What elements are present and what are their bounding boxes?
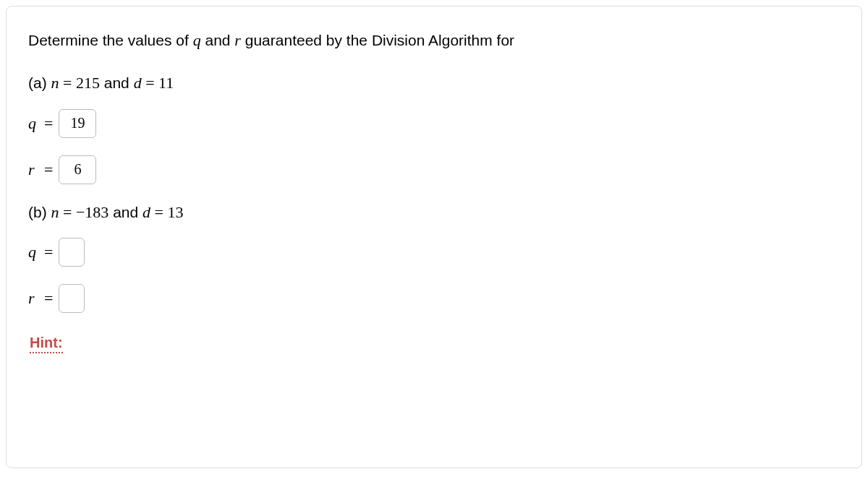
part-b-r-row: r =	[28, 284, 840, 313]
part-b-r-equals: =	[44, 289, 53, 308]
part-a-r-row: r =	[28, 155, 840, 184]
part-b-eq1: =	[59, 203, 76, 221]
prompt-prefix: Determine the values of	[28, 32, 193, 48]
prompt-suffix: guaranteed by the Division Algorithm for	[241, 32, 514, 48]
question-prompt: Determine the values of q and r guarante…	[28, 30, 840, 52]
prompt-and: and	[201, 32, 235, 48]
part-b-dval: 13	[167, 203, 183, 221]
part-a-n: n	[51, 74, 59, 92]
part-a-q-input[interactable]	[59, 109, 96, 138]
prompt-var-q: q	[193, 31, 201, 49]
part-b-eq2: =	[150, 203, 167, 221]
part-b-r-label: r	[28, 289, 38, 308]
part-b-n: n	[51, 203, 59, 221]
part-a-label: (a)	[28, 74, 51, 91]
part-b-q-label: q	[28, 243, 38, 262]
hint-link[interactable]: Hint:	[30, 335, 63, 353]
part-a-dval: 11	[158, 74, 174, 92]
part-b-neg: −	[76, 203, 85, 221]
part-b-statement: (b) n = −183 and d = 13	[28, 202, 840, 224]
part-a-statement: (a) n = 215 and d = 11	[28, 72, 840, 95]
prompt-var-r: r	[234, 31, 241, 49]
part-b-q-input[interactable]	[59, 238, 85, 267]
part-a-r-equals: =	[44, 160, 53, 179]
part-a-q-equals: =	[44, 114, 53, 133]
part-a-and: and	[100, 74, 134, 91]
part-a-r-input[interactable]	[59, 155, 96, 184]
part-b-and: and	[109, 204, 142, 220]
part-a-q-label: q	[28, 114, 38, 133]
part-a-eq2: =	[142, 74, 158, 92]
part-b-q-equals: =	[44, 243, 53, 262]
part-a-eq1: =	[59, 74, 76, 92]
part-a-nval: 215	[76, 74, 100, 92]
part-a-r-label: r	[28, 160, 38, 179]
part-b-d: d	[142, 203, 150, 221]
question-card: Determine the values of q and r guarante…	[6, 6, 862, 468]
part-a-q-row: q =	[28, 109, 840, 138]
part-b-r-input[interactable]	[59, 284, 85, 313]
part-b-q-row: q =	[28, 238, 840, 267]
part-a-d: d	[134, 74, 142, 92]
part-b-nval: 183	[85, 203, 109, 221]
part-b-label: (b)	[28, 204, 51, 220]
